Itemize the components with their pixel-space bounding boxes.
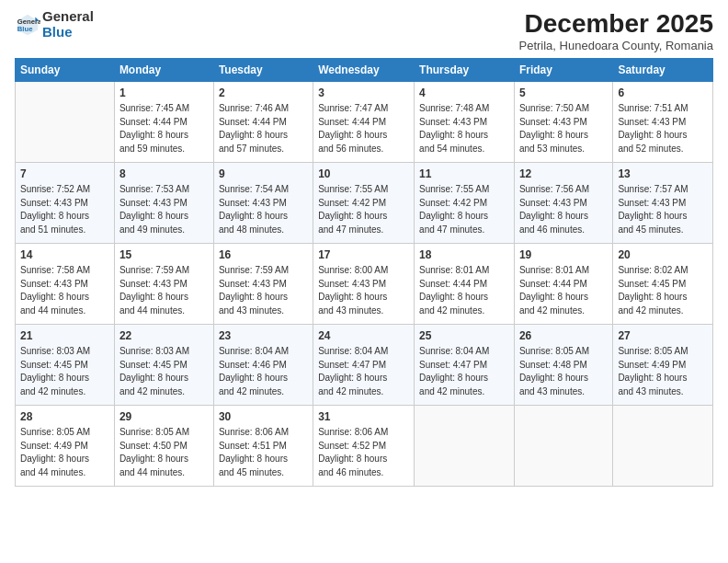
day-info-line: Sunrise: 8:05 AM <box>618 345 708 359</box>
day-info-line: Daylight: 8 hours <box>20 372 109 385</box>
day-header-wednesday: Wednesday <box>313 59 415 82</box>
day-info-line: Sunset: 4:43 PM <box>618 197 708 211</box>
day-info-line: Sunset: 4:43 PM <box>20 278 109 292</box>
day-info-line: Sunrise: 8:06 AM <box>219 426 308 440</box>
calendar-cell: 18Sunrise: 8:01 AMSunset: 4:44 PMDayligh… <box>415 244 515 325</box>
day-info-line: and 42 minutes. <box>219 385 308 399</box>
day-number: 31 <box>318 409 409 425</box>
day-info-line: Daylight: 8 hours <box>419 129 509 143</box>
day-info-line: Sunrise: 7:55 AM <box>419 183 509 197</box>
day-number: 10 <box>318 167 409 182</box>
day-info-line: and 44 minutes. <box>20 466 109 480</box>
day-info-line: Sunset: 4:51 PM <box>219 440 308 454</box>
day-info-line: Sunrise: 8:01 AM <box>419 264 509 278</box>
day-header-sunday: Sunday <box>16 59 115 82</box>
day-info-line: and 46 minutes. <box>318 466 409 480</box>
day-info-line: Daylight: 8 hours <box>419 372 509 385</box>
calendar-cell: 10Sunrise: 7:55 AMSunset: 4:42 PMDayligh… <box>313 163 415 244</box>
day-number: 4 <box>419 86 509 101</box>
calendar-cell: 14Sunrise: 7:58 AMSunset: 4:43 PMDayligh… <box>16 244 115 325</box>
day-number: 21 <box>20 328 109 344</box>
day-info-line: and 42 minutes. <box>119 385 209 399</box>
day-info-line: and 45 minutes. <box>219 466 308 480</box>
day-number: 28 <box>20 409 109 425</box>
day-info-line: Sunrise: 7:55 AM <box>318 183 409 197</box>
day-info-line: Daylight: 8 hours <box>219 453 308 466</box>
day-info-line: and 47 minutes. <box>419 224 509 237</box>
day-info-line: Daylight: 8 hours <box>419 291 509 304</box>
day-info-line: and 45 minutes. <box>618 224 708 237</box>
day-info-line: Daylight: 8 hours <box>219 210 308 224</box>
day-number: 5 <box>519 86 608 101</box>
day-info-line: and 42 minutes. <box>618 304 708 318</box>
day-info-line: Sunrise: 8:04 AM <box>219 345 308 359</box>
day-info-line: Sunset: 4:48 PM <box>519 359 608 373</box>
day-number: 8 <box>119 167 209 182</box>
day-info-line: and 44 minutes. <box>119 466 209 480</box>
calendar-cell: 19Sunrise: 8:01 AMSunset: 4:44 PMDayligh… <box>514 244 612 325</box>
calendar-cell: 16Sunrise: 7:59 AMSunset: 4:43 PMDayligh… <box>213 244 313 325</box>
day-info-line: Daylight: 8 hours <box>119 210 209 224</box>
day-header-friday: Friday <box>514 59 612 82</box>
day-info-line: Daylight: 8 hours <box>519 210 608 224</box>
day-info-line: Sunrise: 7:45 AM <box>119 102 209 116</box>
week-row-2: 7Sunrise: 7:52 AMSunset: 4:43 PMDaylight… <box>16 163 713 244</box>
day-info-line: and 48 minutes. <box>219 224 308 237</box>
day-info-line: Daylight: 8 hours <box>318 453 409 466</box>
day-info-line: Sunset: 4:42 PM <box>419 197 509 211</box>
day-info-line: Daylight: 8 hours <box>318 129 409 143</box>
day-info-line: and 42 minutes. <box>419 385 509 399</box>
day-info-line: and 43 minutes. <box>519 385 608 399</box>
day-info-line: and 56 minutes. <box>318 143 409 156</box>
day-info-line: Sunset: 4:43 PM <box>519 197 608 211</box>
day-info-line: Daylight: 8 hours <box>618 372 708 385</box>
day-number: 1 <box>119 86 209 101</box>
day-info-line: Sunset: 4:44 PM <box>219 116 308 130</box>
svg-text:Blue: Blue <box>17 25 33 33</box>
day-info-line: Sunrise: 8:03 AM <box>119 345 209 359</box>
day-info-line: Daylight: 8 hours <box>618 291 708 304</box>
day-info-line: and 54 minutes. <box>419 143 509 156</box>
week-row-4: 21Sunrise: 8:03 AMSunset: 4:45 PMDayligh… <box>16 325 713 406</box>
header: General Blue General Blue December 2025 … <box>15 9 713 52</box>
day-info-line: Sunrise: 7:46 AM <box>219 102 308 116</box>
day-info-line: Daylight: 8 hours <box>318 372 409 385</box>
day-info-line: Sunset: 4:43 PM <box>618 116 708 130</box>
day-number: 17 <box>318 247 409 263</box>
day-info-line: Daylight: 8 hours <box>119 453 209 466</box>
day-info-line: Sunset: 4:47 PM <box>318 359 409 373</box>
calendar-page: General Blue General Blue December 2025 … <box>0 0 728 563</box>
calendar-cell: 31Sunrise: 8:06 AMSunset: 4:52 PMDayligh… <box>313 406 415 487</box>
day-header-monday: Monday <box>114 59 213 82</box>
day-header-thursday: Thursday <box>415 59 515 82</box>
calendar-cell: 6Sunrise: 7:51 AMSunset: 4:43 PMDaylight… <box>613 82 713 163</box>
day-info-line: Sunset: 4:45 PM <box>618 278 708 292</box>
day-number: 9 <box>219 167 308 182</box>
title-block: December 2025 Petrila, Hunedoara County,… <box>519 9 714 52</box>
page-subtitle: Petrila, Hunedoara County, Romania <box>519 39 714 52</box>
day-info-line: Sunrise: 7:50 AM <box>519 102 608 116</box>
day-number: 29 <box>119 409 209 425</box>
day-info-line: Sunrise: 7:54 AM <box>219 183 308 197</box>
day-info-line: Daylight: 8 hours <box>20 453 109 466</box>
day-info-line: Sunset: 4:43 PM <box>119 197 209 211</box>
day-info-line: Daylight: 8 hours <box>618 129 708 143</box>
day-info-line: Sunset: 4:43 PM <box>318 278 409 292</box>
day-info-line: and 51 minutes. <box>20 224 109 237</box>
logo-icon: General Blue <box>15 12 40 38</box>
day-info-line: and 59 minutes. <box>119 143 209 156</box>
day-info-line: and 43 minutes. <box>219 304 308 318</box>
day-number: 22 <box>119 328 209 344</box>
day-info-line: Sunrise: 7:56 AM <box>519 183 608 197</box>
day-info-line: Sunset: 4:52 PM <box>318 440 409 454</box>
day-info-line: Daylight: 8 hours <box>419 210 509 224</box>
calendar-cell <box>415 406 515 487</box>
day-info-line: Sunrise: 8:05 AM <box>119 426 209 440</box>
calendar-cell <box>16 82 115 163</box>
day-info-line: Sunrise: 8:04 AM <box>419 345 509 359</box>
day-info-line: Sunrise: 7:48 AM <box>419 102 509 116</box>
day-info-line: Sunset: 4:49 PM <box>618 359 708 373</box>
day-info-line: and 43 minutes. <box>618 385 708 399</box>
day-info-line: Daylight: 8 hours <box>618 210 708 224</box>
day-info-line: and 47 minutes. <box>318 224 409 237</box>
